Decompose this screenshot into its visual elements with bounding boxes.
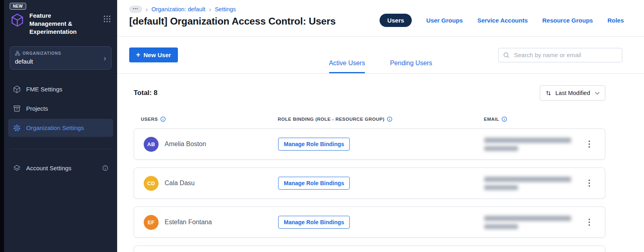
user-name: Cala Dasu	[165, 180, 195, 187]
sidebar-item-account-settings[interactable]: Account Settings	[8, 159, 113, 177]
sidebar-item-label: FME Settings	[26, 86, 62, 93]
email-redacted	[484, 216, 571, 221]
users-table: AB Amelia Boston Manage Role Bindings	[134, 128, 605, 252]
search-box	[498, 48, 622, 62]
tab-pending-users[interactable]: Pending Users	[390, 60, 432, 73]
sidebar-item-label: Projects	[26, 105, 48, 112]
role-binding-cell: Manage Role Bindings	[278, 138, 484, 151]
gear-icon	[13, 124, 21, 132]
kebab-menu-icon[interactable]	[587, 217, 592, 227]
email-cell	[484, 216, 583, 229]
sort-dropdown-label: Last Modified	[555, 90, 590, 96]
access-control-tabs: Users User Groups Service Accounts Resou…	[380, 13, 624, 27]
page-title: [default] Organization Access Control: U…	[129, 16, 336, 27]
user-name: Amelia Boston	[165, 140, 206, 148]
sidebar-item-label: Account Settings	[26, 165, 72, 171]
kebab-menu-icon[interactable]	[587, 178, 592, 188]
plus-icon: +	[136, 51, 140, 58]
fme-settings-icon	[13, 85, 21, 93]
user-view-tabs: Active Users Pending Users	[329, 60, 432, 73]
email-redacted	[484, 138, 571, 143]
email-redacted	[484, 146, 518, 151]
tab-service-accounts[interactable]: Service Accounts	[477, 17, 528, 24]
sidebar-item-projects[interactable]: Projects	[8, 99, 113, 118]
email-redacted	[484, 177, 571, 182]
user-cell: CD Cala Dasu	[144, 176, 278, 191]
sidebar-item-fme-settings[interactable]: FME Settings	[8, 80, 113, 98]
product-title: Feature Management & Experimentation	[29, 12, 88, 36]
tab-resource-groups[interactable]: Resource Groups	[542, 17, 593, 24]
role-binding-cell: Manage Role Bindings	[278, 216, 484, 229]
info-icon[interactable]	[102, 165, 108, 171]
tab-users[interactable]: Users	[380, 14, 412, 27]
email-cell	[484, 138, 583, 151]
toolbar: + New User Active Users Pending Users	[117, 37, 644, 74]
table-column-headers: USERS ROLE BINDING (ROLE - RESOURCE GROU…	[134, 116, 605, 122]
column-header-users: USERS	[141, 116, 278, 122]
tab-active-users[interactable]: Active Users	[329, 60, 365, 73]
info-icon[interactable]	[387, 116, 392, 122]
page-header: ••• › Organization: default › Settings […	[117, 0, 644, 37]
user-name: Estefan Fontana	[165, 219, 212, 226]
user-cell: EF Estefan Fontana	[144, 215, 278, 230]
sidebar-divider	[10, 149, 111, 149]
sort-arrows-icon	[545, 90, 551, 96]
search-icon	[503, 52, 510, 58]
breadcrumb-link-organization[interactable]: Organization: default	[151, 6, 205, 12]
sidebar-brand: NEW Feature Mana	[4, 0, 117, 36]
sidebar-nav: FME Settings Projects Or	[4, 79, 117, 138]
breadcrumb-ellipsis[interactable]: •••	[129, 6, 142, 13]
column-header-label: ROLE BINDING (ROLE - RESOURCE GROUP)	[278, 117, 384, 122]
column-header-label: EMAIL	[484, 117, 499, 122]
table-row: AB Amelia Boston Manage Role Bindings	[134, 128, 605, 160]
users-list-section: Total: 8 Last Modified USERS	[117, 74, 644, 252]
manage-role-bindings-button[interactable]: Manage Role Bindings	[278, 177, 350, 190]
organization-icon	[15, 51, 20, 56]
manage-role-bindings-button[interactable]: Manage Role Bindings	[278, 138, 350, 151]
app-window: NEW Feature Mana	[0, 0, 644, 252]
organization-value: default	[15, 58, 61, 65]
chevron-down-icon	[595, 92, 600, 95]
organization-selector[interactable]: ORGANIZATIONS default ›	[10, 46, 111, 70]
projects-icon	[13, 105, 21, 113]
total-count: Total: 8	[134, 89, 157, 97]
role-binding-cell: Manage Role Bindings	[278, 177, 484, 190]
new-user-button-label: New User	[144, 52, 171, 58]
sidebar-item-organization-settings[interactable]: Organization Settings	[8, 119, 113, 137]
column-header-role-binding: ROLE BINDING (ROLE - RESOURCE GROUP)	[278, 116, 484, 122]
tab-roles[interactable]: Roles	[607, 17, 624, 24]
table-row: EF Estefan Fontana Manage Role Bindings	[134, 207, 605, 238]
email-redacted	[484, 185, 518, 190]
email-redacted	[484, 224, 518, 229]
search-input[interactable]	[513, 51, 617, 59]
kebab-menu-icon[interactable]	[587, 139, 592, 149]
info-icon[interactable]	[160, 116, 166, 122]
chevron-right-icon: ›	[209, 6, 211, 13]
new-user-button[interactable]: + New User	[129, 48, 178, 62]
layers-icon	[13, 164, 21, 172]
chevron-right-icon: ›	[146, 6, 148, 13]
tab-user-groups[interactable]: User Groups	[426, 17, 463, 24]
table-row-partial	[134, 246, 605, 252]
breadcrumb-link-settings[interactable]: Settings	[215, 6, 236, 12]
manage-role-bindings-button[interactable]: Manage Role Bindings	[278, 216, 350, 229]
sort-dropdown[interactable]: Last Modified	[540, 85, 605, 101]
table-row: CD Cala Dasu Manage Role Bindings	[134, 167, 605, 199]
user-cell: AB Amelia Boston	[144, 137, 278, 152]
breadcrumb: ••• › Organization: default › Settings	[129, 6, 336, 13]
column-header-label: USERS	[141, 117, 158, 122]
new-badge: NEW	[10, 3, 26, 10]
sidebar-item-label: Organization Settings	[26, 124, 84, 131]
column-header-email: EMAIL	[484, 116, 586, 122]
sidebar: NEW Feature Mana	[4, 0, 117, 252]
list-header-row: Total: 8 Last Modified	[134, 84, 605, 102]
info-icon[interactable]	[502, 116, 507, 122]
avatar: AB	[144, 137, 159, 152]
chevron-right-icon: ›	[103, 54, 106, 62]
main-content: ••• › Organization: default › Settings […	[117, 0, 644, 252]
organizations-label: ORGANIZATIONS	[23, 51, 61, 56]
avatar: CD	[144, 176, 159, 191]
avatar: EF	[144, 215, 159, 230]
product-logo-icon	[10, 12, 25, 29]
apps-grid-icon[interactable]	[103, 15, 111, 24]
